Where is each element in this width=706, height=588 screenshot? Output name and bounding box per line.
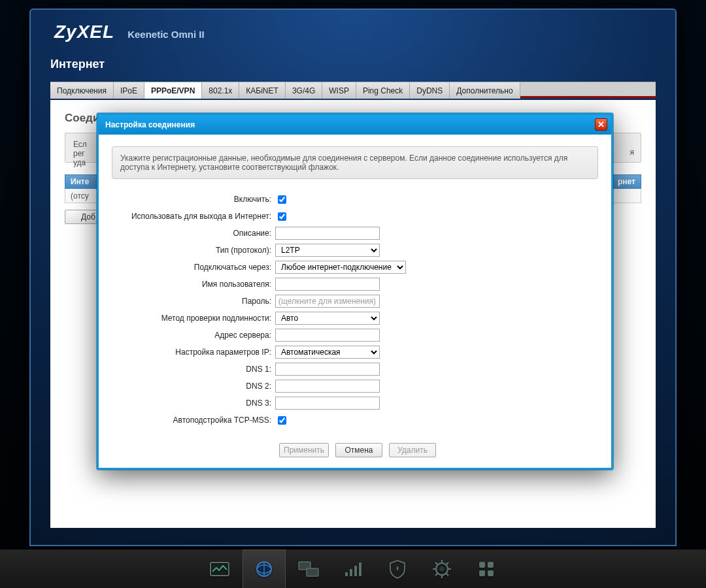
- label-ipconf: Настройка параметров IP:: [112, 348, 275, 357]
- dock-lan-icon[interactable]: [287, 549, 330, 588]
- dock-status-icon[interactable]: [198, 549, 241, 588]
- label-tcpmss: Автоподстройка TCP-MSS:: [112, 416, 275, 425]
- connection-settings-dialog: Настройка соединения ✕ Укажите регистрац…: [97, 113, 613, 470]
- table-row-text: (отсу: [71, 191, 89, 201]
- auth-method-select[interactable]: Авто: [275, 312, 380, 325]
- svg-rect-5: [350, 569, 352, 576]
- svg-rect-20: [479, 570, 485, 576]
- tab--inet[interactable]: КАБiNET: [239, 82, 286, 99]
- svg-rect-18: [479, 562, 485, 568]
- tab-dydns[interactable]: DyDNS: [410, 82, 450, 99]
- bottom-dock: [0, 549, 706, 588]
- logo: ZyXEL Keenetic Omni II: [54, 22, 205, 41]
- tab-ipoe[interactable]: IPoE: [114, 82, 144, 99]
- dock-apps-icon[interactable]: [465, 549, 508, 588]
- page-title: Интернет: [50, 57, 105, 71]
- dns2-input[interactable]: [275, 380, 380, 393]
- label-enable: Включить:: [112, 195, 275, 204]
- dock-system-icon[interactable]: [420, 549, 463, 588]
- description-input[interactable]: [275, 227, 380, 240]
- delete-button[interactable]: Удалить: [389, 443, 436, 457]
- tab--[interactable]: Дополнительно: [450, 82, 520, 99]
- svg-line-14: [446, 574, 448, 576]
- dialog-title: Настройка соединения: [105, 120, 195, 129]
- model-text: Keenetic Omni II: [127, 29, 205, 40]
- dock-internet-icon[interactable]: [243, 549, 286, 588]
- table-header-left: Инте: [71, 177, 89, 186]
- tcpmss-checkbox[interactable]: [278, 416, 286, 425]
- cancel-button[interactable]: Отмена: [335, 443, 382, 457]
- label-dns1: DNS 1:: [112, 365, 275, 374]
- dns3-input[interactable]: [275, 397, 380, 410]
- svg-rect-3: [307, 568, 318, 576]
- label-dns2: DNS 2:: [112, 382, 275, 391]
- dialog-close-button[interactable]: ✕: [595, 118, 607, 131]
- ip-config-select[interactable]: Автоматическая: [275, 346, 380, 359]
- tab-pppoe-vpn[interactable]: PPPoE/VPN: [144, 82, 202, 99]
- svg-rect-4: [345, 572, 348, 576]
- dialog-hint: Укажите регистрационные данные, необходи…: [112, 146, 598, 179]
- protocol-select[interactable]: L2TP: [275, 244, 380, 257]
- connect-via-select[interactable]: Любое интернет-подключение: [275, 261, 406, 274]
- svg-line-15: [446, 563, 448, 564]
- dock-wifi-icon[interactable]: [331, 549, 375, 588]
- username-input[interactable]: [275, 278, 380, 291]
- table-header-right: рнет: [618, 177, 635, 186]
- password-input[interactable]: [275, 295, 380, 308]
- tab-802-1x[interactable]: 802.1x: [202, 82, 239, 99]
- svg-rect-21: [488, 570, 494, 576]
- svg-point-17: [439, 566, 445, 572]
- label-use-internet: Использовать для выхода в Интернет:: [112, 212, 275, 221]
- close-icon: ✕: [597, 120, 605, 129]
- label-proto: Тип (протокол):: [112, 246, 275, 255]
- dock-firewall-icon[interactable]: [376, 549, 419, 588]
- tab-ping-check[interactable]: Ping Check: [356, 82, 410, 99]
- svg-line-13: [435, 563, 437, 564]
- label-connect-via: Подключаться через:: [112, 263, 275, 272]
- apply-button[interactable]: Применить: [279, 443, 329, 457]
- label-username: Имя пользователя:: [112, 280, 275, 289]
- brand-text: ZyXEL: [54, 22, 114, 42]
- svg-rect-19: [488, 562, 494, 568]
- dialog-body: Укажите регистрационные данные, необходи…: [99, 135, 611, 468]
- tab--[interactable]: Подключения: [50, 82, 114, 99]
- hint-tail: я: [630, 148, 635, 157]
- svg-line-16: [435, 574, 437, 576]
- label-description: Описание:: [112, 229, 275, 238]
- svg-rect-6: [354, 566, 357, 576]
- dns1-input[interactable]: [275, 363, 380, 376]
- tabs-bar: ПодключенияIPoEPPPoE/VPN802.1xКАБiNET3G/…: [50, 82, 656, 98]
- label-server: Адрес сервера:: [112, 331, 275, 340]
- label-password: Пароль:: [112, 297, 275, 306]
- label-auth: Метод проверки подлинности:: [112, 314, 275, 323]
- enable-checkbox[interactable]: [278, 195, 286, 204]
- use-internet-checkbox[interactable]: [278, 212, 286, 221]
- label-dns3: DNS 3:: [112, 399, 275, 408]
- tab-3g-4g[interactable]: 3G/4G: [286, 82, 322, 99]
- server-address-input[interactable]: [275, 329, 380, 342]
- tab-wisp[interactable]: WISP: [322, 82, 356, 99]
- svg-rect-7: [359, 563, 361, 576]
- dialog-titlebar: Настройка соединения ✕: [99, 115, 611, 135]
- dialog-button-row: Применить Отмена Удалить: [279, 443, 598, 457]
